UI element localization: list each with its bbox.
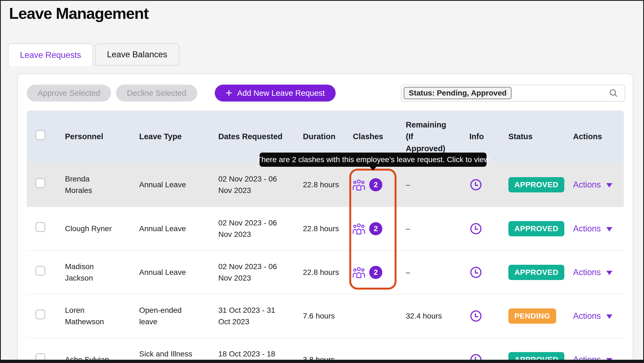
remaining-value: – [400,179,464,191]
decline-selected-button[interactable]: Decline Selected [116,85,197,102]
people-group-icon [352,223,365,235]
tab-leave-requests[interactable]: Leave Requests [8,43,93,66]
duration: 22.8 hours [297,267,347,278]
col-remaining: Remaining (If Approved) [400,119,464,155]
tab-leave-balances[interactable]: Leave Balances [95,43,179,66]
row-checkbox[interactable] [35,222,45,232]
remaining-value: 32.4 hours [400,310,464,322]
remaining-value: – [400,267,464,278]
actions-dropdown[interactable]: Actions [568,178,624,191]
window-frame [1,360,643,362]
duration: 7.6 hours [297,310,347,322]
duration: 22.8 hours [297,223,347,234]
clashes-cell[interactable]: 2 [347,266,400,279]
add-new-leave-request-button[interactable]: + Add New Leave Request [215,85,336,102]
col-leave-type: Leave Type [134,131,213,143]
toolbar: Approve Selected Decline Selected + Add … [27,84,625,102]
info-cell[interactable] [464,266,503,279]
table-row: Clough Ryner Annual Leave 02 Nov 2023 - … [27,207,624,250]
clashes-cell[interactable]: 2 [347,178,400,191]
personnel-name: Loren Mathewson [65,305,114,328]
leave-requests-table: Personnel Leave Type Dates Requested Dur… [27,111,624,363]
clash-tooltip: There are 2 clashes with this employee’s… [260,153,487,167]
row-checkbox[interactable] [35,178,45,188]
table-row: Ashe Sylvian Sick and Illness Leave Leav… [27,338,624,363]
chevron-down-icon [606,271,612,275]
content-card: Approve Selected Decline Selected + Add … [17,73,633,363]
actions-dropdown[interactable]: Actions [568,310,624,323]
remaining-value: – [400,223,464,234]
actions-label: Actions [573,178,601,191]
leave-type: Open-ended leave [139,305,195,328]
select-all-checkbox[interactable] [35,130,45,140]
clock-icon[interactable] [469,266,482,279]
people-group-icon [352,179,365,191]
tooltip-arrow [369,166,377,171]
search-input[interactable]: Status: Pending, Approved [401,85,625,102]
tabs: Leave Requests Leave Balances [8,43,179,66]
personnel-name: Clough Ryner [65,223,112,234]
actions-dropdown[interactable]: Actions [568,222,624,235]
actions-label: Actions [573,222,601,235]
status-badge: APPROVED [508,177,564,192]
clash-tooltip-text: There are 2 clashes with this employee’s… [257,155,489,164]
leave-type: Annual Leave [139,179,186,191]
clock-icon[interactable] [469,178,482,191]
search-icon[interactable] [608,88,619,98]
clash-count-badge[interactable]: 2 [369,266,382,279]
dates-requested: 02 Nov 2023 - 06 Nov 2023 [218,217,285,240]
leave-type: Annual Leave [139,267,186,278]
status-badge: PENDING [508,308,556,324]
col-status: Status [503,131,568,143]
dates-requested: 31 Oct 2023 - 31 Oct 2023 [218,305,285,328]
duration: 22.8 hours [297,179,347,191]
clash-count-badge[interactable]: 2 [369,178,382,191]
page-title: Leave Management [9,4,148,22]
chevron-down-icon [606,314,612,319]
table-row: Madison Jackson Annual Leave 02 Nov 2023… [27,250,624,294]
dates-requested: 02 Nov 2023 - 06 Nov 2023 [218,261,285,284]
col-personnel: Personnel [59,131,134,143]
info-cell[interactable] [464,178,503,191]
clock-icon[interactable] [469,310,482,323]
actions-label: Actions [573,266,601,279]
actions-dropdown[interactable]: Actions [568,266,624,279]
personnel-name: Madison Jackson [65,261,114,284]
col-duration: Duration [297,131,347,143]
status-badge: APPROVED [508,221,564,236]
clash-count-badge[interactable]: 2 [369,222,382,235]
chevron-down-icon [606,227,612,231]
col-dates-requested: Dates Requested [213,131,297,143]
personnel-name: Brenda Morales [65,173,114,196]
people-group-icon [352,266,365,278]
col-actions: Actions [568,131,624,143]
clock-icon[interactable] [469,222,482,235]
table-row: Loren Mathewson Open-ended leave 31 Oct … [27,294,624,338]
status-badge: APPROVED [508,265,564,280]
row-checkbox[interactable] [35,266,45,276]
info-cell[interactable] [464,222,503,235]
status-filter-chip[interactable]: Status: Pending, Approved [404,87,512,99]
dates-requested: 02 Nov 2023 - 06 Nov 2023 [218,173,285,196]
col-info: Info [464,131,503,143]
add-new-leave-request-label: Add New Leave Request [237,89,325,98]
info-cell[interactable] [464,310,503,323]
leave-type: Annual Leave [139,223,186,234]
approve-selected-button[interactable]: Approve Selected [27,85,111,102]
leave-management-screen: Leave Management Leave Requests Leave Ba… [0,0,644,363]
col-clashes: Clashes [347,131,400,143]
row-checkbox[interactable] [35,310,45,319]
chevron-down-icon [606,183,612,188]
actions-label: Actions [573,310,601,323]
table-row: Brenda Morales Annual Leave 02 Nov 2023 … [27,163,624,207]
clashes-cell[interactable]: 2 [347,222,400,235]
